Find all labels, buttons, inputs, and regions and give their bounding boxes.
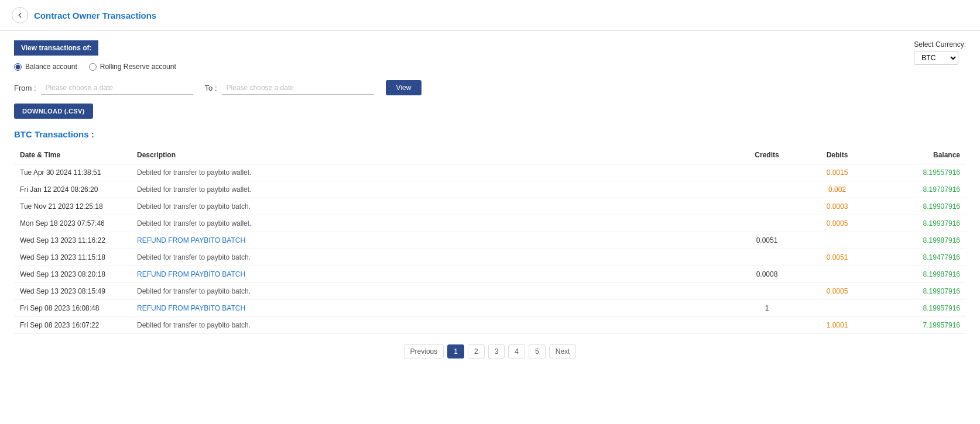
cell-datetime: Tue Apr 30 2024 11:38:51 xyxy=(14,164,131,181)
page-wrapper: Contract Owner Transactions View transac… xyxy=(0,0,980,424)
next-page-button[interactable]: Next xyxy=(549,344,577,358)
main-content: View transactions of: Balance account Ro… xyxy=(0,31,980,380)
currency-select[interactable]: BTC USD EUR ETH xyxy=(914,51,958,65)
col-credits: Credits xyxy=(732,146,802,164)
page-5-button[interactable]: 5 xyxy=(529,344,546,358)
table-row: Tue Apr 30 2024 11:38:51Debited for tran… xyxy=(14,164,966,181)
table-row: Wed Sep 13 2023 08:20:18REFUND FROM PAYB… xyxy=(14,266,966,283)
from-date-section: From : xyxy=(14,81,193,95)
cell-description: Debited for transfer to paybito batch. xyxy=(131,317,732,334)
cell-credits xyxy=(732,215,802,232)
left-section: View transactions of: Balance account Ro… xyxy=(14,40,176,80)
cell-credits xyxy=(732,181,802,198)
rolling-reserve-radio[interactable]: Rolling Reserve account xyxy=(89,63,176,71)
view-button[interactable]: View xyxy=(386,80,422,95)
col-balance: Balance xyxy=(872,146,966,164)
cell-balance: 8.19937916 xyxy=(872,215,966,232)
col-datetime: Date & Time xyxy=(14,146,131,164)
table-row: Fri Sep 08 2023 16:07:22Debited for tran… xyxy=(14,317,966,334)
cell-debits: 0.0005 xyxy=(802,215,872,232)
cell-datetime: Wed Sep 13 2023 08:20:18 xyxy=(14,266,131,283)
cell-debits xyxy=(802,266,872,283)
cell-description: Debited for transfer to paybito wallet. xyxy=(131,181,732,198)
table-row: Fri Sep 08 2023 16:08:48REFUND FROM PAYB… xyxy=(14,300,966,317)
cell-debits: 0.0003 xyxy=(802,198,872,215)
table-header: Date & Time Description Credits Debits B… xyxy=(14,146,966,164)
page-4-button[interactable]: 4 xyxy=(508,344,525,358)
header: Contract Owner Transactions xyxy=(0,0,980,31)
cell-credits xyxy=(732,283,802,300)
cell-debits: 0.0005 xyxy=(802,283,872,300)
page-2-button[interactable]: 2 xyxy=(468,344,485,358)
currency-selector-container: Select Currency: BTC USD EUR ETH xyxy=(914,40,966,65)
cell-datetime: Mon Sep 18 2023 07:57:46 xyxy=(14,215,131,232)
cell-debits: 1.0001 xyxy=(802,317,872,334)
cell-credits: 0.0051 xyxy=(732,232,802,249)
cell-debits: 0.002 xyxy=(802,181,872,198)
cell-description: Debited for transfer to paybito wallet. xyxy=(131,164,732,181)
cell-credits xyxy=(732,164,802,181)
table-header-row: Date & Time Description Credits Debits B… xyxy=(14,146,966,164)
cell-debits xyxy=(802,232,872,249)
table-row: Fri Jan 12 2024 08:26:20Debited for tran… xyxy=(14,181,966,198)
balance-account-radio[interactable]: Balance account xyxy=(14,63,77,71)
cell-datetime: Fri Sep 08 2023 16:08:48 xyxy=(14,300,131,317)
cell-balance: 8.19477916 xyxy=(872,249,966,266)
section-title: BTC Transactions : xyxy=(14,129,966,139)
to-label: To : xyxy=(205,84,217,92)
from-date-input[interactable] xyxy=(41,81,193,95)
previous-page-button[interactable]: Previous xyxy=(404,344,444,358)
cell-credits xyxy=(732,249,802,266)
rolling-reserve-input[interactable] xyxy=(89,63,97,71)
cell-balance: 8.19557916 xyxy=(872,164,966,181)
cell-description: REFUND FROM PAYBITO BATCH xyxy=(131,266,732,283)
cell-description: Debited for transfer to paybito batch. xyxy=(131,249,732,266)
table-row: Wed Sep 13 2023 11:16:22REFUND FROM PAYB… xyxy=(14,232,966,249)
date-filter-row: From : To : View xyxy=(14,80,966,95)
cell-balance: 8.19907916 xyxy=(872,198,966,215)
cell-credits xyxy=(732,317,802,334)
cell-description: REFUND FROM PAYBITO BATCH xyxy=(131,300,732,317)
cell-debits xyxy=(802,300,872,317)
pagination: Previous 1 2 3 4 5 Next xyxy=(14,344,966,370)
col-description: Description xyxy=(131,146,732,164)
cell-credits xyxy=(732,198,802,215)
cell-datetime: Fri Jan 12 2024 08:26:20 xyxy=(14,181,131,198)
cell-description: Debited for transfer to paybito batch. xyxy=(131,198,732,215)
table-row: Tue Nov 21 2023 12:25:18Debited for tran… xyxy=(14,198,966,215)
balance-account-input[interactable] xyxy=(14,63,22,71)
cell-balance: 8.19987916 xyxy=(872,266,966,283)
cell-description: Debited for transfer to paybito batch. xyxy=(131,283,732,300)
cell-debits: 0.0051 xyxy=(802,249,872,266)
page-3-button[interactable]: 3 xyxy=(488,344,505,358)
cell-datetime: Wed Sep 13 2023 11:16:22 xyxy=(14,232,131,249)
cell-balance: 8.19957916 xyxy=(872,300,966,317)
view-transactions-label: View transactions of: xyxy=(14,40,98,56)
back-button[interactable] xyxy=(12,7,28,23)
table-body: Tue Apr 30 2024 11:38:51Debited for tran… xyxy=(14,164,966,334)
cell-datetime: Wed Sep 13 2023 08:15:49 xyxy=(14,283,131,300)
cell-credits: 0.0008 xyxy=(732,266,802,283)
cell-datetime: Tue Nov 21 2023 12:25:18 xyxy=(14,198,131,215)
cell-description: REFUND FROM PAYBITO BATCH xyxy=(131,232,732,249)
to-date-input[interactable] xyxy=(222,81,374,95)
cell-balance: 8.19707916 xyxy=(872,181,966,198)
table-row: Wed Sep 13 2023 08:15:49Debited for tran… xyxy=(14,283,966,300)
cell-datetime: Wed Sep 13 2023 11:15:18 xyxy=(14,249,131,266)
cell-balance: 8.19907916 xyxy=(872,283,966,300)
to-date-section: To : xyxy=(205,81,374,95)
download-csv-button[interactable]: DOWNLOAD (.CSV) xyxy=(14,104,93,119)
top-section: View transactions of: Balance account Ro… xyxy=(14,40,966,80)
cell-datetime: Fri Sep 08 2023 16:07:22 xyxy=(14,317,131,334)
cell-balance: 7.19957916 xyxy=(872,317,966,334)
page-title: Contract Owner Transactions xyxy=(34,11,156,20)
from-label: From : xyxy=(14,84,36,92)
account-type-group: Balance account Rolling Reserve account xyxy=(14,63,176,71)
page-1-button[interactable]: 1 xyxy=(447,344,464,358)
rolling-reserve-label: Rolling Reserve account xyxy=(100,63,176,71)
balance-account-label: Balance account xyxy=(25,63,77,71)
table-row: Wed Sep 13 2023 11:15:18Debited for tran… xyxy=(14,249,966,266)
currency-label: Select Currency: xyxy=(914,40,966,49)
col-debits: Debits xyxy=(802,146,872,164)
table-row: Mon Sep 18 2023 07:57:46Debited for tran… xyxy=(14,215,966,232)
